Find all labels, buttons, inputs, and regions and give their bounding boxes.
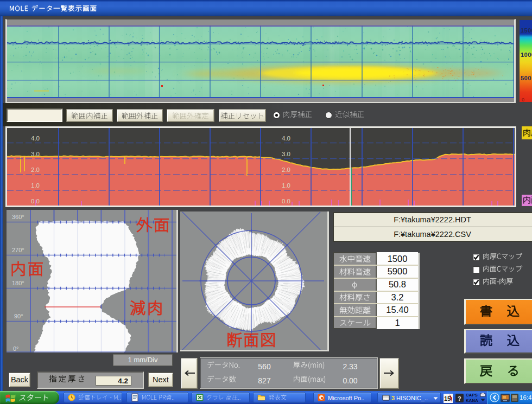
svg-text:15: 15 <box>444 395 451 402</box>
svg-text:?: ? <box>458 395 461 402</box>
